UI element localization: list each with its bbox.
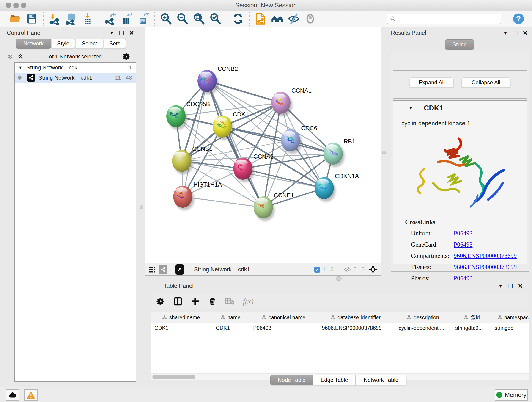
node-label-cdk1: CDK1 [233,111,249,118]
column-header-namespace[interactable]: namespace [491,312,529,323]
grid-view-icon[interactable] [149,266,156,273]
clear-table-icon-disabled[interactable] [225,298,234,305]
left-splitter-handle[interactable] [140,205,143,209]
function-builder-icon-disabled[interactable]: f(x) [243,297,254,306]
column-header-canonical-name[interactable]: canonical name [250,312,317,323]
import-table-icon[interactable] [81,12,94,26]
expand-all-button[interactable]: Expand All [410,77,454,88]
scrollbar-thumb[interactable] [152,375,196,379]
panel-menu-icon[interactable]: ▼ [498,283,503,289]
string-network-badge-icon [27,74,35,82]
memory-label: Memory [505,391,526,399]
tab-edge-table[interactable]: Edge Table [313,375,355,385]
cytoscape-window: Session: New Session [0,0,532,402]
column-header-database-identifier[interactable]: database identifier [317,312,394,323]
crosslink-genecard[interactable]: P06493 [454,241,473,248]
open-in-string-icon[interactable] [175,264,184,274]
entry-description: cyclin-dependent kinase 1 [401,120,527,127]
right-splitter-handle[interactable] [382,151,386,154]
expand-all-icon[interactable] [17,53,24,60]
results-entry-card: ▼ CDK1 cyclin-dependent kinase 1 [393,100,527,264]
entry-expander-icon[interactable]: ▼ [408,105,413,111]
node-label-rb1: RB1 [344,138,355,145]
column-header-description[interactable]: description [394,312,452,323]
network-row-selected[interactable]: String Network – cdk1 11 48 [15,73,136,83]
birdseye-navigator-icon[interactable] [369,265,377,274]
panel-float-icon[interactable]: ❐ [513,30,518,36]
network-from-selection-icon[interactable] [254,12,267,26]
table-panel: Table Panel ▼ ❐ ✕ f(x) shared name name … [148,280,532,387]
node-label-cdc6: CDC6 [301,125,317,132]
column-header-name[interactable]: name [211,312,250,323]
hidden-counts: 0 - 0 [354,266,365,273]
toolbar-search [387,13,501,24]
results-buttons-box: Expand All Collapse All [393,70,527,99]
network-canvas[interactable]: CCNB2CCNA1CDC25BCDK1CDC6RB1CCNB1CCNA2CDK… [146,27,380,263]
column-header-id[interactable]: @id [452,312,491,323]
show-all-icon[interactable] [304,12,317,26]
export-table-icon[interactable] [120,12,133,26]
export-network-icon[interactable] [104,12,117,26]
add-column-icon[interactable] [191,297,200,306]
tab-network[interactable]: Network [16,38,51,49]
zoom-selected-icon[interactable] [209,12,222,26]
tab-select[interactable]: Select [76,38,103,49]
node-table: shared name name canonical name database… [151,312,529,373]
collapse-all-icon[interactable] [7,53,14,60]
export-image-icon[interactable] [137,12,150,26]
save-session-icon[interactable] [25,12,38,26]
warning-button[interactable] [24,389,38,401]
tab-node-table[interactable]: Node Table [270,375,313,385]
table-header-row: shared name name canonical name database… [151,312,529,323]
panel-float-icon[interactable]: ❐ [119,30,124,36]
open-session-icon[interactable] [9,12,22,26]
column-header-shared-name[interactable]: shared name [151,312,211,323]
table-row[interactable]: CDK1 CDK1 P06493 9606.ENSP00000378699 cy… [151,323,529,333]
panel-menu-icon[interactable]: ▼ [109,31,114,36]
tab-string-results[interactable]: String [445,39,474,50]
help-icon[interactable]: ? [512,12,525,26]
node-label-hist1h1a: HIST1H1A [193,181,222,188]
string-view-badge-icon[interactable] [159,265,167,274]
cloud-button[interactable] [6,389,19,401]
crosslink-tissues[interactable]: 9606.ENSP00000378699 [454,264,517,271]
gear-icon[interactable] [122,52,131,61]
crosslink-uniprot[interactable]: P06493 [454,230,473,237]
tab-sets[interactable]: Sets [104,38,126,49]
bottom-splitter-handle[interactable] [336,276,342,281]
import-network-file-icon[interactable] [48,12,61,26]
table-gear-icon[interactable] [156,297,165,306]
panel-close-icon[interactable]: ✕ [129,30,134,37]
selected-checkbox-icon[interactable]: ✓ [314,267,320,273]
zoom-in-icon[interactable] [159,12,172,26]
panel-close-icon[interactable]: ✕ [523,30,528,37]
hide-selected-icon[interactable] [287,12,300,26]
memory-button[interactable]: Memory [495,389,528,401]
panel-float-icon[interactable]: ❐ [508,283,513,289]
tree-expander-icon[interactable]: ▼ [18,65,22,70]
tab-style[interactable]: Style [51,38,75,49]
entry-gene-name: CDK1 [424,104,443,112]
network-collection-row[interactable]: ▼ String Network – cdk1 1 [15,63,136,73]
panel-menu-icon[interactable]: ▼ [503,31,508,36]
tab-network-table[interactable]: Network Table [355,375,406,385]
refresh-layout-icon[interactable] [231,12,245,26]
delete-column-icon[interactable] [208,297,217,306]
window-title: Session: New Session [0,2,532,9]
import-network-database-icon[interactable] [64,12,78,26]
first-neighbors-icon[interactable] [271,12,284,26]
hidden-eye-icon[interactable] [343,266,351,273]
panel-close-icon[interactable]: ✕ [518,283,523,290]
zoom-fit-icon[interactable] [192,12,206,26]
network-selection-status: 1 of 1 Network selected [44,53,102,60]
collapse-all-button[interactable]: Collapse All [462,77,510,88]
network-tree: ▼ String Network – cdk1 1 String Network… [14,62,136,382]
collection-label: String Network – cdk1 [27,64,80,71]
crosslink-label: GeneCard: [405,241,454,248]
search-input[interactable] [396,15,493,22]
crosslink-compartments[interactable]: 9606.ENSP00000378699 [454,252,517,259]
show-columns-icon[interactable] [173,297,182,306]
zoom-out-icon[interactable] [176,12,189,26]
network-label: String Network – cdk1 [38,75,92,81]
toolbar-separator [43,12,44,26]
